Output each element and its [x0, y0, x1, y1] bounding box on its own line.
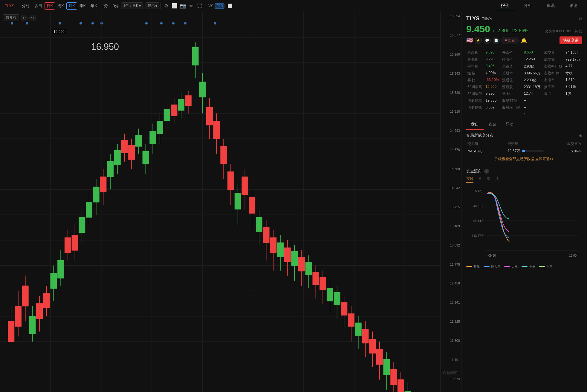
- timeframe-niank[interactable]: 年K: [88, 3, 100, 9]
- price-15310: 15.310: [450, 110, 460, 113]
- detail-tab-ydong[interactable]: 异动: [501, 119, 518, 130]
- svg-text:09:30: 09:30: [488, 254, 496, 257]
- timeframe-yuek[interactable]: 月K: [66, 2, 77, 10]
- svg-rect-132: [341, 303, 347, 315]
- legend-item-mid: 中单: [522, 264, 535, 269]
- nasdaq-pct: 15.06%: [545, 147, 582, 155]
- stats-row-4: 振 幅 4.90% 总股本 3096.56万 市盈率(静) 寸模: [466, 70, 582, 77]
- col-exchange: 交易所: [466, 140, 506, 147]
- detail-tab-zjlx[interactable]: 资金: [484, 119, 501, 130]
- stat-val-volratio: 12.74: [523, 91, 543, 97]
- display-dropdown[interactable]: 显示 ▾: [146, 2, 159, 9]
- price-16577: 16.577: [450, 33, 460, 37]
- flow-tab-week[interactable]: 周: [487, 176, 490, 183]
- svg-rect-38: [8, 321, 14, 342]
- svg-rect-128: [327, 288, 333, 301]
- svg-rect-42: [22, 286, 28, 306]
- f10-badge[interactable]: F10: [215, 3, 224, 9]
- show-more-btn[interactable]: ∧: [466, 111, 582, 117]
- lightning-icon-btn[interactable]: ⚡: [475, 37, 482, 44]
- flow-tab-day[interactable]: 日: [478, 176, 482, 183]
- candlestick-chart: 16.950: [0, 12, 440, 392]
- expand-icon[interactable]: ⊕: [579, 133, 582, 138]
- quick-trade-btn[interactable]: 快捷交易: [560, 36, 582, 44]
- doc-icon-btn[interactable]: 📄: [493, 37, 500, 44]
- stock-settings-icon[interactable]: ⚙: [578, 16, 582, 21]
- watchlist-btn[interactable]: ♥ 自选: [502, 37, 519, 44]
- ticker-label[interactable]: TLYS: [2, 4, 17, 8]
- chart-canvas[interactable]: 16.950: [0, 12, 440, 392]
- timeframe-zhouk[interactable]: 周K: [55, 3, 66, 9]
- f10-extra-btn[interactable]: ⬜: [226, 2, 234, 10]
- timeframe-fenshi[interactable]: 分时: [19, 3, 32, 9]
- stat-label-mktcap: 总市值: [501, 63, 522, 70]
- svg-rect-122: [306, 262, 312, 275]
- svg-rect-58: [79, 217, 85, 232]
- price-15626: 15.626: [450, 91, 460, 94]
- upgrade-link[interactable]: 立即开通>>: [535, 157, 554, 161]
- help-icon[interactable]: ?: [484, 169, 489, 174]
- nav-tab-comment[interactable]: 评论: [562, 1, 585, 11]
- stat-label-pb: 市盈率(静): [543, 70, 564, 77]
- chat-icon-btn[interactable]: 💬: [484, 37, 491, 44]
- price-15943: 15.943: [450, 72, 460, 75]
- timeframe-duori[interactable]: 多日: [32, 3, 45, 9]
- svg-rect-92: [199, 82, 205, 97]
- watermark: G 格隆汇: [443, 370, 458, 376]
- box-icon-btn[interactable]: ⬜: [170, 2, 179, 10]
- stat-label-histh: 历史最高: [466, 97, 484, 104]
- svg-rect-138: [362, 329, 368, 343]
- svg-rect-88: [185, 96, 191, 106]
- svg-rect-134: [348, 314, 354, 326]
- timeframe-rik[interactable]: 日K: [45, 2, 55, 10]
- stock-title-row: TLYS Tilly's ⚙: [466, 16, 582, 22]
- svg-rect-78: [150, 131, 156, 144]
- bell-icon-btn[interactable]: 🔔: [520, 37, 528, 44]
- svg-rect-70: [121, 140, 127, 153]
- exchange-distribution: 交易所成交分布 ⊕ 交易所 成交量 成交量% NASDAQ: [461, 130, 587, 166]
- nav-tab-price[interactable]: 报价: [494, 1, 516, 11]
- stat-label-float: 流通股: [501, 84, 522, 91]
- svg-rect-98: [221, 146, 227, 164]
- svg-rect-90: [192, 48, 198, 65]
- draw-icon-btn[interactable]: ✏: [187, 2, 195, 10]
- fund-flow-title: 资金流向: [466, 169, 482, 174]
- stat-label-shares: 总股本: [501, 70, 522, 77]
- svg-rect-84: [171, 105, 177, 116]
- chevron-down-icon: ▾: [139, 4, 141, 8]
- settings-icon-btn[interactable]: ⚙: [162, 2, 170, 10]
- fuquan-btn[interactable]: 前复权: [3, 14, 19, 21]
- svg-rect-110: [263, 227, 269, 243]
- detail-tab-pankow[interactable]: 盘口: [466, 119, 484, 130]
- undo-btn[interactable]: ↩: [21, 15, 27, 21]
- stat-val-pb: 寸模: [564, 70, 582, 77]
- timeframe-jik[interactable]: 季K: [77, 3, 88, 9]
- nav-tab-news[interactable]: 资讯: [539, 1, 562, 11]
- separator-2: [144, 3, 144, 9]
- flow-tab-realtime[interactable]: 实时: [466, 176, 473, 183]
- stat-label-volratio: 量 比: [501, 91, 522, 97]
- flow-tab-month[interactable]: 月: [495, 176, 499, 183]
- svg-rect-114: [277, 243, 283, 257]
- camera-icon-btn[interactable]: 📷: [179, 2, 187, 10]
- timeframe-3fen[interactable]: 3分: [110, 3, 121, 9]
- svg-text:-143.77万: -143.77万: [471, 234, 484, 238]
- exchange-row-nasdaq: NASDAQ 12.67万 15.06%: [466, 147, 582, 155]
- svg-rect-46: [36, 304, 42, 319]
- period-dropdown[interactable]: 1年：日K ▾: [121, 2, 143, 9]
- exchange-table: 交易所 成交量 成交量% NASDAQ 12.67万: [466, 140, 582, 155]
- stat-label-amt: 成交额: [543, 56, 564, 63]
- nav-tab-analysis[interactable]: 分析: [516, 1, 539, 11]
- svg-rect-74: [136, 135, 142, 146]
- svg-rect-106: [249, 197, 255, 213]
- detail-tabs: 盘口 资金 异动: [461, 119, 587, 130]
- bar-track: [522, 150, 543, 152]
- stat-label-ampl: 振 幅: [466, 70, 484, 77]
- price-12141: 12.141: [450, 301, 460, 304]
- stat-label-high: 最高价: [466, 49, 484, 56]
- redo-btn[interactable]: ↪: [29, 15, 36, 21]
- timeframe-1fen[interactable]: 1分: [100, 3, 110, 9]
- stats-grid: 最高价 9.890 开盘价 9.560 成交量 84.16万 最低价 9.290…: [461, 47, 587, 119]
- svg-rect-146: [391, 370, 397, 385]
- fullscreen-icon-btn[interactable]: ⛶: [195, 2, 204, 10]
